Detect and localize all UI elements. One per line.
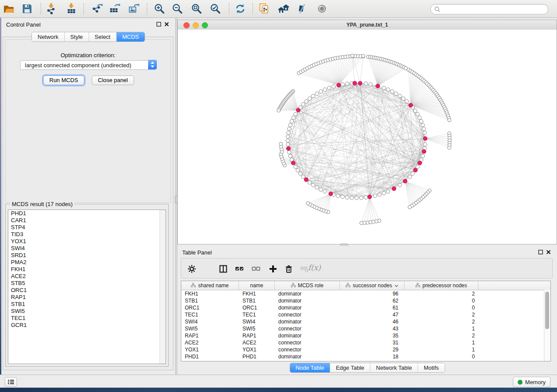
mcds-list-scrollbar[interactable]	[159, 210, 166, 364]
mcds-result-item[interactable]: PMA2	[8, 259, 166, 266]
show-hide-graphics-icon[interactable]	[295, 2, 308, 15]
tab-mcds[interactable]: MCDS	[117, 32, 145, 41]
select-all-rows-icon[interactable]	[234, 264, 245, 274]
table-row[interactable]: FKH1FKH1dominator962	[181, 290, 550, 297]
node-table: shared namenameMCDS rolesuccessor nodesp…	[181, 281, 551, 361]
tab-select[interactable]: Select	[89, 32, 117, 41]
tab-network[interactable]: Network	[32, 32, 65, 41]
toolbar-separator	[229, 3, 229, 14]
column-header-name[interactable]: name	[239, 281, 275, 290]
table-cell: STB1	[181, 297, 239, 304]
close-panel-button[interactable]: Close panel	[92, 76, 134, 85]
save-session-icon[interactable]	[21, 2, 34, 15]
zoom-in-icon[interactable]	[153, 2, 166, 15]
level-of-detail-icon[interactable]	[315, 2, 329, 15]
mcds-result-item[interactable]: GCR1	[8, 322, 166, 329]
mcds-result-item[interactable]: TEC1	[8, 315, 166, 322]
table-row[interactable]: RAP1RAP1dominator352	[181, 332, 550, 339]
float-panel-icon[interactable]	[156, 22, 161, 27]
table-cell: TEC1	[239, 311, 275, 318]
column-header-MCDS-role[interactable]: MCDS role	[275, 281, 340, 290]
table-cell: SWI5	[181, 325, 239, 332]
first-neighbors-icon[interactable]	[277, 2, 290, 15]
mcds-result-item[interactable]: ACE2	[8, 273, 166, 280]
mcds-result-list[interactable]: PHD1CAR1STP4TID3YOX1SWI4SRD1PMA2FKH1ACE2…	[8, 210, 166, 364]
table-cell: 43	[340, 325, 405, 332]
mcds-result-item[interactable]: TID3	[8, 231, 166, 238]
open-file-icon[interactable]	[2, 2, 15, 15]
table-cell: connector	[275, 339, 340, 346]
table-cell: dominator	[275, 318, 340, 325]
zoom-fit-icon[interactable]	[190, 2, 203, 15]
network-canvas[interactable]	[178, 30, 557, 244]
table-cell: PHD1	[239, 353, 275, 360]
mcds-result-item[interactable]: RAP1	[8, 294, 166, 301]
function-builder-icon[interactable]: f(x)	[308, 263, 321, 272]
table-settings-icon[interactable]	[187, 264, 197, 274]
float-panel-icon[interactable]	[538, 250, 543, 254]
zoom-selected-icon[interactable]	[209, 2, 222, 15]
export-image-icon[interactable]	[127, 2, 140, 15]
tab-network-table[interactable]: Network Table	[370, 363, 418, 372]
table-scrollbar-thumb[interactable]	[545, 292, 549, 329]
table-row[interactable]: ORC1ORC1dominator610	[181, 304, 550, 311]
close-panel-icon[interactable]	[164, 22, 169, 27]
table-row[interactable]: PHD1PHD1dominator180	[181, 353, 550, 360]
criterion-dropdown[interactable]: largest connected component (undirected)	[20, 60, 156, 70]
tab-node-table[interactable]: Node Table	[290, 363, 330, 372]
search-box[interactable]	[430, 4, 548, 14]
mcds-result-item[interactable]: PHD1	[8, 210, 166, 217]
task-history-button[interactable]	[5, 377, 17, 387]
node-table-header: shared namenameMCDS rolesuccessor nodesp…	[181, 281, 550, 290]
import-network-icon[interactable]	[45, 2, 58, 15]
table-cell: 18	[340, 353, 405, 360]
delete-columns-icon[interactable]	[284, 264, 294, 274]
network-window-titlebar[interactable]: YPA_prune.txt_1	[178, 20, 557, 30]
run-mcds-button[interactable]: Run MCDS	[43, 76, 84, 85]
table-row[interactable]: YOX1YOX1connector291	[181, 346, 550, 353]
tab-edge-table[interactable]: Edge Table	[330, 363, 370, 372]
tab-motifs[interactable]: Motifs	[418, 363, 445, 372]
deselect-all-rows-icon[interactable]	[251, 264, 261, 274]
tab-style[interactable]: Style	[65, 32, 89, 41]
mcds-result-item[interactable]: STP4	[8, 224, 166, 231]
table-row[interactable]: SWI5SWI5connector431	[181, 325, 550, 332]
column-header-successor-nodes[interactable]: successor nodes	[340, 281, 405, 290]
copy-current-style-icon[interactable]	[258, 2, 271, 15]
table-row[interactable]: ACE2ACE2connector311	[181, 339, 550, 346]
table-cell: SWI4	[239, 318, 275, 325]
table-row[interactable]: STB1STB1dominator620	[181, 297, 550, 304]
export-table-icon[interactable]	[108, 2, 121, 15]
table-row[interactable]: TEC1TEC1connector472	[181, 311, 550, 318]
zoom-out-icon[interactable]	[171, 2, 184, 15]
search-input[interactable]	[442, 5, 544, 14]
table-cell: connector	[275, 311, 340, 318]
mcds-result-item[interactable]: FKH1	[8, 266, 166, 273]
mcds-result-item[interactable]: SWI5	[8, 308, 166, 315]
mcds-result-item[interactable]: ORC1	[8, 287, 166, 294]
table-cell: 29	[340, 346, 405, 353]
table-scrollbar-track[interactable]	[544, 290, 550, 361]
column-header-predecessor-nodes[interactable]: predecessor nodes	[405, 281, 478, 290]
add-column-icon[interactable]	[268, 264, 278, 274]
mcds-result-item[interactable]: SWI4	[8, 245, 166, 252]
memory-button[interactable]: Memory	[513, 377, 550, 387]
mcds-result-item[interactable]: YOX1	[8, 238, 166, 245]
desktop-edge-bottom	[0, 388, 557, 392]
mcds-result-item[interactable]: CAR1	[8, 217, 166, 224]
network-graph[interactable]	[178, 30, 557, 244]
table-row[interactable]: SWI4SWI4dominator462	[181, 318, 550, 325]
table-cell: 1	[405, 339, 478, 346]
table-cell: YOX1	[239, 346, 275, 353]
export-network-icon[interactable]	[90, 2, 104, 15]
close-panel-icon[interactable]	[546, 250, 551, 254]
mcds-result-item[interactable]: SRD1	[8, 252, 166, 259]
refresh-icon[interactable]	[234, 2, 247, 15]
import-table-icon[interactable]	[65, 2, 78, 15]
show-columns-icon[interactable]	[218, 264, 228, 274]
column-header-shared-name[interactable]: shared name	[181, 281, 239, 290]
mcds-result-item[interactable]: STB1	[8, 301, 166, 308]
mcds-result-item[interactable]: STB5	[8, 280, 166, 287]
table-cell: ORC1	[239, 304, 275, 311]
toolbar-separator	[147, 3, 147, 14]
